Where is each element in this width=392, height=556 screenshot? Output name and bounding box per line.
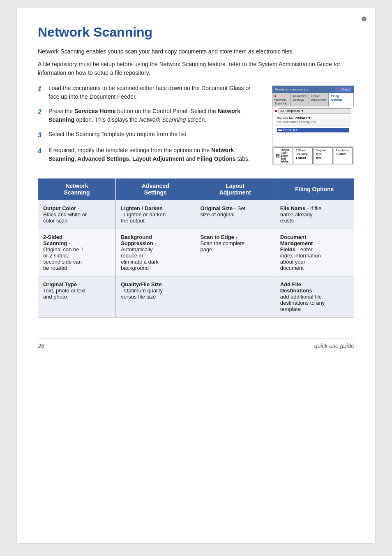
sm-resolution[interactable]: ResolutionCustom (334, 147, 353, 164)
guest-button[interactable]: ❓ Guest (335, 87, 351, 92)
table-row: 2-SidedScanning -Original can be 1or 2 s… (38, 229, 354, 276)
table-row: Original Type -Text, photo or textand ph… (38, 276, 354, 317)
sm-header: Ready to scan your job ❓ Guest (272, 86, 354, 93)
step-3: 3 Select the Scanning Template you requi… (38, 130, 262, 140)
table-cell-empty (195, 276, 275, 317)
step-1-num: 1 (38, 84, 45, 101)
sm-tabs: ■ NetworkScanning AdvancedSettings Layou… (272, 93, 354, 107)
sm-tab-network[interactable]: ■ NetworkScanning (272, 93, 291, 107)
info-table: NetworkScanning AdvancedSettings LayoutA… (38, 178, 354, 317)
sm-template-row: ■ All Templates ▼ (275, 108, 351, 114)
steps-list: 1 Load the documents to be scanned eithe… (38, 84, 262, 169)
table-header-layout: LayoutAdjustment (195, 178, 275, 200)
sm-footer: 🖼 Output ColorBlack and White 2-SidedSca… (272, 146, 354, 165)
step-1-text: Load the documents to be scanned either … (48, 84, 262, 101)
table-cell-add-file: Add FileDestinations -add additional fil… (275, 276, 354, 317)
step-4-num: 4 (38, 146, 45, 163)
step-4-text: If required, modify the template setting… (48, 146, 262, 163)
steps-area: 1 Load the documents to be scanned eithe… (38, 84, 354, 169)
table-cell-lighten: Lighten / Darken- Lighten or darkenthe o… (116, 200, 195, 229)
sm-template-list: ■■ DEFAULT (275, 127, 351, 143)
step-1: 1 Load the documents to be scanned eithe… (38, 84, 262, 101)
sm-body: ■ All Templates ▼ Details for: DEFAULT N… (272, 107, 354, 146)
sm-details-title: Details for: DEFAULT (277, 116, 349, 120)
table-cell-original-size: Original Size - Setsize of original (195, 200, 275, 229)
table-cell-output-color: Output Color -Black and white orcolor sc… (38, 200, 116, 229)
step-3-text: Select the Scanning Template you require… (48, 130, 188, 140)
step-2-num: 2 (38, 107, 45, 124)
page-title: Network Scanning (38, 25, 354, 40)
table-header-filing: Filing Options (275, 178, 354, 200)
sm-original-type[interactable]: Original TypeText (314, 147, 333, 164)
footer-guide-label: quick use guide (314, 343, 354, 349)
intro-text-2: A file repository must be setup before u… (38, 60, 354, 77)
table-cell-2sided: 2-SidedScanning -Original can be 1or 2 s… (38, 229, 116, 276)
step-4: 4 If required, modify the template setti… (38, 146, 262, 163)
step-2-text: Press the Services Home button on the Co… (48, 107, 262, 124)
step-2: 2 Press the Services Home button on the … (38, 107, 262, 124)
table-row: Output Color -Black and white orcolor sc… (38, 200, 354, 229)
table-cell-file-name: File Name - If filename alreadyexists (275, 200, 354, 229)
table-cell-original-type: Original Type -Text, photo or textand ph… (38, 276, 116, 317)
sm-no-dest: No destinations configured (277, 120, 349, 124)
intro-text-1: Network Scanning enables you to scan you… (38, 47, 354, 56)
table-cell-scan-to-edge: Scan to Edge -Scan the completepage (195, 229, 275, 276)
sm-template-select[interactable]: All Templates ▼ (279, 108, 351, 114)
table-cell-document-management: DocumentManagementFields - enterindex in… (275, 229, 354, 276)
step-3-num: 3 (38, 130, 45, 140)
page-container: Network Scanning Network Scanning enable… (17, 8, 375, 543)
footer-page-number: 26 (38, 343, 44, 349)
sm-output-color[interactable]: 🖼 Output ColorBlack and White (274, 147, 293, 164)
sm-2sided[interactable]: 2-SidedScanning1-Sided (294, 147, 313, 164)
sm-default-item[interactable]: ■■ DEFAULT (277, 128, 349, 132)
table-header-advanced: AdvancedSettings (116, 178, 195, 200)
table-header-network: NetworkScanning (38, 178, 116, 200)
dot-indicator (362, 16, 367, 21)
screen-mockup: Ready to scan your job ❓ Guest ■ Network… (272, 86, 354, 165)
table-cell-quality-file-size: Quality/File Size- Optimum qualityversus… (116, 276, 195, 317)
table-cell-background-suppression: BackgroundSuppression -Automaticallyredu… (116, 229, 195, 276)
sm-tab-filing[interactable]: Filing Options (329, 93, 354, 107)
sm-header-text: Ready to scan your job (275, 88, 309, 91)
sm-details-box: Details for: DEFAULT No destinations con… (275, 115, 351, 125)
sm-tab-advanced[interactable]: AdvancedSettings (291, 93, 309, 107)
sm-tab-layout[interactable]: LayoutAdjustment (309, 93, 329, 107)
footer-bar: 26 quick use guide (38, 338, 354, 349)
